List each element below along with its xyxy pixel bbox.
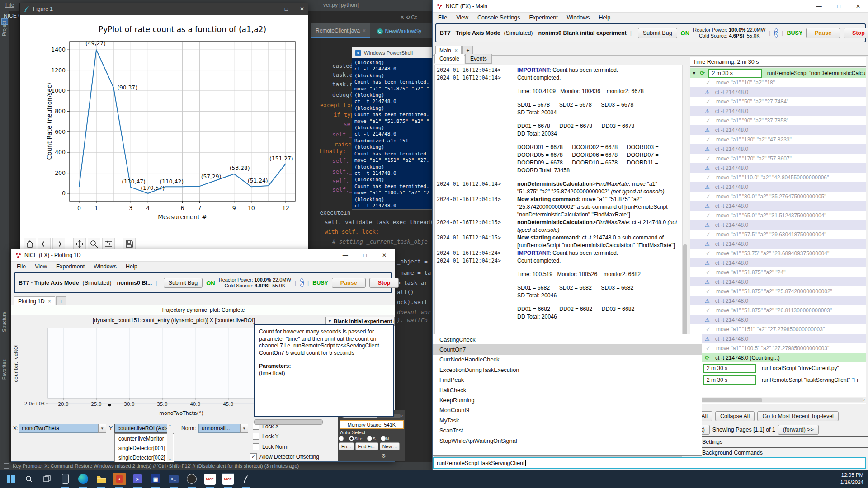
tab-close-icon[interactable]: × bbox=[48, 298, 51, 305]
queue-row[interactable]: ●2 m 30 srunRemoteScript "taskServingCli… bbox=[690, 374, 866, 386]
console-tab-console[interactable]: Console bbox=[434, 54, 464, 64]
queue-row[interactable]: ✓move "a1" "51.875" "a2" "24" bbox=[690, 267, 866, 277]
menu-item-help[interactable]: Help bbox=[599, 14, 611, 21]
nice-1-icon[interactable]: NICE bbox=[203, 473, 216, 485]
minimize-icon[interactable]: — bbox=[392, 453, 398, 459]
queue-row[interactable]: ⚠ct -t 214748.0 bbox=[690, 182, 866, 192]
tree-horizontal-scrollbar[interactable]: ‹› bbox=[690, 397, 866, 403]
menu-item-console-settings[interactable]: Console Settings bbox=[477, 14, 520, 21]
help-button[interactable]: ? bbox=[774, 28, 778, 38]
menu-item-windows[interactable]: Windows bbox=[94, 263, 117, 270]
y-axis-option[interactable]: singleDetector[001] bbox=[115, 443, 174, 453]
queue-row[interactable]: ✓move "a1" "110.0" "a2" "42.804550000000… bbox=[690, 173, 866, 182]
norm-select-arrow-icon[interactable]: ▼ bbox=[240, 424, 248, 433]
command-option-exceptionduringtaskexecution[interactable]: ExceptionDuringTaskExecution bbox=[433, 365, 702, 375]
file-explorer-icon[interactable] bbox=[95, 473, 108, 485]
side-button-en[interactable]: En... bbox=[339, 442, 354, 450]
save-icon[interactable] bbox=[123, 238, 136, 250]
radio-N[interactable]: N... bbox=[381, 436, 393, 441]
gear-icon[interactable]: ⚙ bbox=[381, 453, 386, 459]
stop-button[interactable]: Stop bbox=[844, 28, 868, 38]
queue-row[interactable]: ✓move "a1" "57.5" "a2" "29.6304187500000… bbox=[690, 230, 866, 239]
queue-row[interactable]: ✓move "a1" "53.75" "a2" "28.689409375000… bbox=[690, 249, 866, 258]
command-option-counton7[interactable]: CountOn7 bbox=[433, 344, 702, 354]
queue-row[interactable]: ⚠ct -t 214748.0 bbox=[690, 87, 866, 97]
tab-close-icon[interactable]: × bbox=[454, 47, 458, 54]
command-option-currnodehandlecheck[interactable]: CurrNodeHandleCheck bbox=[433, 355, 702, 365]
command-option-castingcheck[interactable]: CastingCheck bbox=[433, 334, 702, 344]
figure-titlebar[interactable]: Figure 1 — □ ✕ bbox=[20, 3, 308, 15]
maximize-icon[interactable]: □ bbox=[285, 6, 288, 12]
close-icon[interactable]: ✕ bbox=[856, 3, 860, 9]
command-input[interactable]: runRemoteScript taskServingClient bbox=[433, 457, 866, 469]
submit-bug-button[interactable]: Submit Bug bbox=[638, 28, 677, 38]
menu-item-help[interactable]: Help bbox=[126, 263, 137, 270]
background-commands-section[interactable]: Background Commands bbox=[689, 447, 868, 458]
back-icon[interactable] bbox=[38, 238, 51, 250]
queue-row[interactable]: ⚠ct -t 214748.0 bbox=[690, 315, 866, 324]
menu-item-file[interactable]: File bbox=[17, 263, 26, 270]
minimize-icon[interactable]: — bbox=[816, 3, 822, 9]
command-option-mytask[interactable]: MyTask bbox=[433, 415, 702, 425]
queue-row[interactable]: ⚠ct -t 214748.0 bbox=[690, 258, 866, 267]
collapse-icon[interactable]: ▼ bbox=[692, 71, 696, 75]
queue-row[interactable]: ⚠ct -t 214748.0 bbox=[690, 277, 866, 286]
menu-item-view[interactable]: View bbox=[456, 14, 468, 21]
forward-icon[interactable] bbox=[52, 238, 65, 250]
radio-Stre[interactable]: Stre... bbox=[349, 436, 366, 441]
queue-row[interactable]: ⚠ct -t 214748.0 bbox=[690, 163, 866, 173]
menu-item-windows[interactable]: Windows bbox=[567, 14, 590, 21]
queue-row[interactable]: ⚠ct -t 214748.0 bbox=[690, 220, 866, 230]
command-option-scantest[interactable]: ScanTest bbox=[433, 426, 702, 436]
queue-row[interactable]: ▼⟳2 m 30 srunRemoteScript "nonDeterminis… bbox=[690, 68, 866, 78]
pause-button[interactable]: Pause bbox=[806, 28, 840, 38]
queue-row[interactable]: ✓move "a1" "100.5" "a2" "27.279850000000… bbox=[690, 343, 866, 353]
pan-icon[interactable] bbox=[73, 238, 86, 250]
queue-row[interactable]: ✓move "a1" "65.0" "a2" "31.5124375000000… bbox=[690, 211, 866, 220]
submit-bug-button[interactable]: Submit Bug bbox=[164, 278, 203, 288]
queue-row[interactable]: ✓move "a1" "50" "a2" "27.7484" bbox=[690, 97, 866, 106]
matplotlib-icon[interactable] bbox=[240, 473, 252, 485]
menu-item-experiment[interactable]: Experiment bbox=[56, 263, 85, 270]
maximize-icon[interactable]: □ bbox=[363, 252, 367, 258]
queue-row[interactable]: ⚠ct -t 214748.0 bbox=[690, 201, 866, 211]
menu-item-view[interactable]: View bbox=[35, 263, 47, 270]
side-button-new[interactable]: New ... bbox=[380, 442, 400, 450]
norm-select[interactable]: unnormali... bbox=[198, 424, 240, 433]
queue-row[interactable]: ●2 m 30 srunLocalScript "driveCurrent.py… bbox=[690, 362, 866, 374]
close-icon[interactable]: ✕ bbox=[300, 6, 304, 12]
settings-section[interactable]: Settings bbox=[689, 436, 868, 447]
command-option-keeprunning[interactable]: KeepRunning bbox=[433, 395, 702, 405]
queue-row[interactable]: ✓move "a1" "51.875" "a2" "25.87420000000… bbox=[690, 286, 866, 296]
radio-S[interactable]: S... bbox=[367, 436, 379, 441]
queue-row[interactable]: ✓move "a1" "80.0" "a2" "35.2764750000000… bbox=[690, 192, 866, 201]
people-app-icon[interactable]: ♦ bbox=[113, 473, 126, 485]
edge-icon[interactable] bbox=[77, 473, 90, 485]
queue-row[interactable]: ⚠ct -t 214748.0 bbox=[690, 334, 866, 343]
remote-app-icon[interactable]: ➤ bbox=[131, 473, 144, 485]
maximize-icon[interactable]: □ bbox=[837, 3, 840, 9]
home-icon[interactable] bbox=[24, 238, 36, 250]
checkbox-lock-y[interactable]: Lock Y bbox=[253, 433, 278, 440]
checkbox-lock-norm[interactable]: Lock Norm bbox=[253, 443, 288, 450]
subplots-icon[interactable] bbox=[102, 238, 115, 250]
obs-icon[interactable] bbox=[185, 473, 198, 485]
command-option-findpeak[interactable]: FindPeak bbox=[433, 375, 702, 385]
plotting-titlebar[interactable]: NICE (FX) - Plotting 1D — □ ✕ bbox=[11, 249, 395, 262]
queue-row[interactable]: ⚠ct -t 214748.0 bbox=[690, 144, 866, 154]
taskbar-clock[interactable]: 12:05 PM 1/16/2024 bbox=[840, 471, 863, 486]
phone-link-icon[interactable] bbox=[59, 473, 71, 485]
y-axis-option[interactable]: singleDetector[002] bbox=[115, 453, 174, 462]
menu-item-file[interactable]: File bbox=[438, 14, 447, 21]
minimize-icon[interactable]: — bbox=[343, 252, 348, 258]
goto-recent-button[interactable]: Go to Most Recent Top-level bbox=[757, 411, 838, 421]
zoom-icon[interactable] bbox=[88, 238, 100, 250]
queue-row[interactable]: ⚠ct -t 214748.0 bbox=[690, 106, 866, 116]
x-axis-select[interactable]: monoTwoTheta bbox=[19, 424, 98, 433]
powershell-titlebar[interactable]: > Windows PowerShell bbox=[352, 47, 432, 58]
queue-row[interactable]: ✓move "a1" "51.875" "a2" "26.81130000000… bbox=[690, 305, 866, 315]
minimize-icon[interactable]: — bbox=[268, 6, 273, 12]
queue-row[interactable]: ✓move "a1" "130" "a2" "47.8233" bbox=[690, 135, 866, 144]
radio-[interactable]: ... bbox=[339, 436, 348, 441]
menu-item-experiment[interactable]: Experiment bbox=[529, 14, 558, 21]
